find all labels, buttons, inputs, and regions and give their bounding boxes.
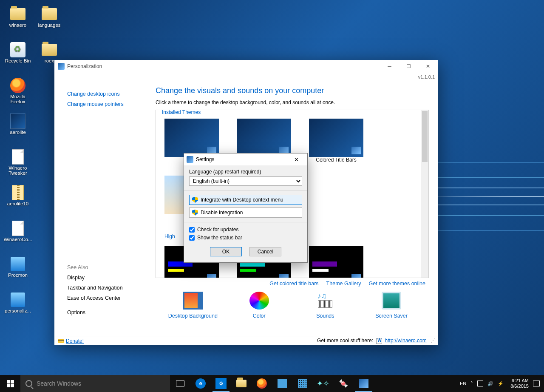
window-title: Personalization (67, 63, 102, 69)
taskbar: Search Windows e ⚙ ✦✧ 🍬 EN ˄ 🔊 ⚡ 6:21 AM… (0, 375, 544, 392)
desktop-icon-firefox[interactable]: Mozilla Firefox (3, 75, 33, 110)
dialog-close-button[interactable]: ✕ (288, 154, 305, 165)
taskbar-firefox[interactable] (252, 375, 272, 392)
sidebar: Change desktop icons Change mouse pointe… (54, 73, 156, 336)
integrate-button[interactable]: Integrate with Desktop context menu (189, 195, 302, 205)
winaero-link[interactable]: http://winaero.com (385, 338, 427, 344)
taskbar-app-2[interactable] (292, 375, 313, 392)
taskbar-app-4[interactable]: 🍬 (333, 375, 354, 392)
taskbar-personalization[interactable] (354, 375, 374, 392)
desktop-icon-winaeroco[interactable]: WinaeroCo... (3, 218, 33, 253)
link-change-mouse-pointers[interactable]: Change mouse pointers (67, 99, 156, 109)
scroll-thumb[interactable] (422, 111, 428, 162)
cool-stuff-label: Get more cool stuff here: (317, 338, 373, 344)
grid-icon (298, 379, 307, 388)
taskbar-app-3[interactable]: ✦✧ (313, 375, 333, 392)
link-ease-of-access[interactable]: Ease of Access Center (67, 293, 156, 303)
windows-logo-icon (7, 380, 14, 387)
generic-app-icon (278, 379, 287, 388)
volume-icon[interactable]: 🔊 (487, 381, 493, 386)
theme-colored-title-bars[interactable]: Colored Title Bars (309, 119, 363, 163)
maximize-button[interactable]: ☐ (399, 60, 418, 73)
edge-icon: e (196, 378, 206, 389)
main-heading: Change the visuals and sounds on your co… (156, 86, 429, 95)
firefox-icon (257, 378, 267, 389)
language-label: Language (app restart required) (189, 169, 302, 175)
system-tray: EN ˄ 🔊 ⚡ 6:21 AM8/6/2015 (456, 375, 544, 392)
btn-screen-saver[interactable]: Screen Saver (360, 292, 423, 319)
wallpaper-burst (425, 111, 544, 281)
network-icon[interactable] (477, 381, 483, 386)
clock[interactable]: 6:21 AM8/6/2015 (508, 378, 529, 389)
link-more-themes-online[interactable]: Get more themes online (369, 281, 425, 287)
donate-icon: 💳 (58, 338, 64, 344)
shield-icon (192, 197, 198, 203)
language-select[interactable]: English (built-in) (189, 176, 302, 186)
link-taskbar-navigation[interactable]: Taskbar and Navigation (67, 283, 156, 293)
gear-icon: ⚙ (215, 378, 227, 389)
resize-grip[interactable]: ⋰ (431, 338, 435, 344)
btn-sounds[interactable]: ♪♫Sounds (293, 292, 357, 319)
link-colored-title-bars[interactable]: Get colored title bars (269, 281, 318, 287)
ok-button[interactable]: OK (210, 247, 242, 256)
color-wheel-icon (249, 292, 269, 310)
desktop-icon-aerolite10[interactable]: aerolite10 (3, 182, 33, 217)
btn-color[interactable]: Color (227, 292, 291, 319)
donate-link[interactable]: Donate! (66, 338, 84, 344)
language-indicator[interactable]: EN (460, 381, 466, 386)
desktop-icon-recycle-bin[interactable]: Recycle Bin (3, 40, 33, 74)
sounds-icon: ♪♫ (315, 292, 335, 310)
app-icon (58, 63, 65, 70)
scrollbar[interactable] (421, 110, 428, 278)
monitor-icon (382, 292, 401, 310)
link-change-desktop-icons[interactable]: Change desktop icons (67, 89, 156, 99)
personalization-icon (359, 379, 368, 388)
close-button[interactable]: ✕ (418, 60, 437, 73)
power-icon[interactable]: ⚡ (498, 381, 504, 386)
disable-integration-button[interactable]: Disable integration (189, 207, 302, 218)
see-also-label: See Also (67, 262, 156, 273)
btn-desktop-background[interactable]: Desktop Background (161, 292, 225, 319)
task-view-icon (176, 381, 184, 386)
taskbar-edge[interactable]: e (190, 375, 211, 392)
dialog-title: Settings (196, 156, 214, 162)
search-placeholder: Search Windows (37, 380, 81, 387)
theme-hc-3[interactable] (309, 246, 363, 278)
link-display[interactable]: Display (67, 273, 156, 283)
tray-overflow-button[interactable]: ˄ (470, 381, 473, 386)
sparkle-icon: ✦✧ (317, 379, 329, 388)
cancel-button[interactable]: Cancel (249, 247, 281, 256)
minimize-button[interactable]: ─ (380, 60, 399, 73)
folder-icon (236, 380, 246, 387)
desktop-icon-languages[interactable]: languages (34, 4, 64, 39)
taskbar-explorer[interactable] (231, 375, 252, 392)
action-center-icon[interactable] (533, 381, 540, 386)
dialog-titlebar[interactable]: Settings ✕ (184, 153, 307, 165)
main-subtext: Click a theme to change the desktop back… (156, 99, 429, 105)
link-theme-gallery[interactable]: Theme Gallery (326, 281, 361, 287)
check-updates-checkbox[interactable]: Check for updates (189, 227, 302, 233)
taskbar-settings[interactable]: ⚙ (211, 375, 231, 392)
desktop-icon-winaero-tweaker[interactable]: Winaero Tweaker (3, 147, 33, 182)
shield-icon (192, 210, 198, 216)
search-box[interactable]: Search Windows (20, 375, 170, 392)
recycle-icon (10, 42, 26, 57)
candy-icon: 🍬 (339, 379, 348, 388)
link-options[interactable]: Options (67, 307, 156, 318)
taskbar-app-1[interactable] (272, 375, 292, 392)
installed-themes-label: Installed Themes (160, 110, 202, 115)
desktop-icon-procmon[interactable]: Procmon (3, 254, 33, 289)
task-view-button[interactable] (170, 375, 190, 392)
winaero-logo-icon (376, 338, 382, 344)
statusbar: 💳 Donate! Get more cool stuff here: http… (54, 336, 438, 345)
titlebar[interactable]: Personalization ─ ☐ ✕ (54, 60, 438, 73)
start-button[interactable] (0, 375, 20, 392)
dialog-app-icon (187, 156, 193, 163)
desktop-icon-aerolite[interactable]: aerolite (3, 111, 33, 146)
desktop-icon-personaliz[interactable]: personaliz... (3, 290, 33, 324)
desktop-icon-winaero[interactable]: winaero (3, 4, 33, 39)
firefox-icon (10, 78, 26, 93)
settings-dialog: Settings ✕ Language (app restart require… (184, 153, 308, 263)
search-icon (26, 380, 32, 387)
show-statusbar-checkbox[interactable]: Show the status bar (189, 235, 302, 241)
